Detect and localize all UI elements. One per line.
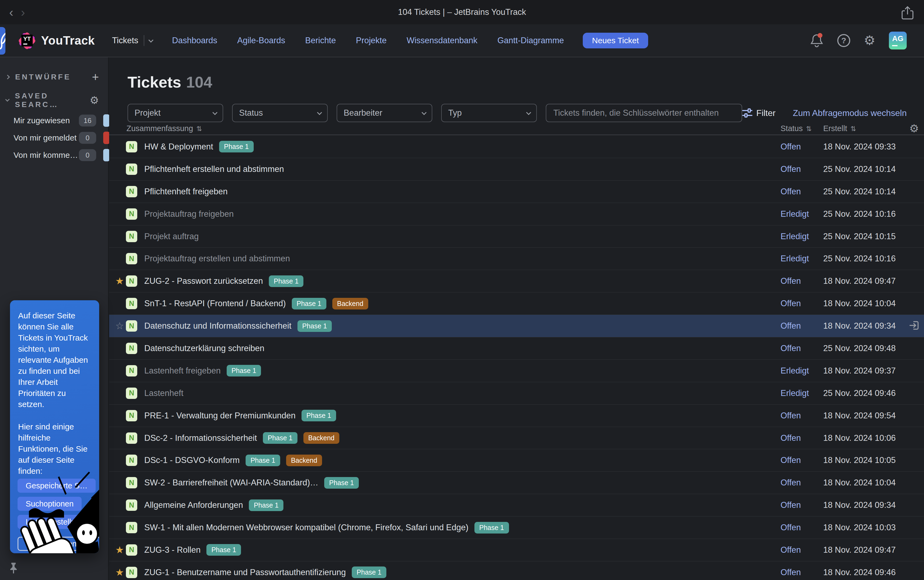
ticket-status-link[interactable]: Offen — [781, 433, 801, 443]
filter-dropdown-status[interactable]: Status — [232, 104, 328, 122]
settings-gear-icon[interactable]: ⚙ — [864, 34, 875, 47]
nav-gantt-diagramme[interactable]: Gantt-Diagramme — [497, 36, 564, 45]
ticket-row[interactable]: ★ N ZUG-2 - Passwort zurücksetzen Phase … — [109, 270, 924, 292]
sidebar-section-drafts[interactable]: ENTWÜRFE + — [0, 69, 108, 85]
pin-sidebar-icon[interactable] — [8, 562, 19, 575]
ticket-row[interactable]: N Lastenheft Erledigt 25 Nov. 2024 09:46 — [109, 382, 924, 405]
column-summary[interactable]: Zusammenfassung⇅ — [126, 124, 781, 133]
share-icon[interactable] — [901, 6, 914, 21]
ticket-row[interactable]: N Datenschutzerklärung schreiben Offen 2… — [109, 337, 924, 360]
ticket-row[interactable]: N PRE-1 - Verwaltung der Premiumkunden P… — [109, 405, 924, 427]
sort-icon[interactable]: ⇅ — [806, 125, 812, 132]
ticket-status-link[interactable]: Erledigt — [781, 254, 809, 263]
ticket-status-link[interactable]: Offen — [781, 344, 801, 353]
ticket-status-link[interactable]: Offen — [781, 523, 801, 532]
browser-forward-icon[interactable]: › — [17, 6, 29, 18]
sort-icon[interactable]: ⇅ — [850, 125, 856, 132]
ticket-row[interactable]: ★ N ZUG-3 - Rollen Phase 1 Offen 18 Nov.… — [109, 539, 924, 561]
filter-toggle[interactable]: Filter — [742, 108, 775, 118]
tag-phase-1[interactable]: Phase 1 — [263, 432, 298, 444]
ticket-status-link[interactable]: Offen — [781, 164, 801, 174]
ticket-row[interactable]: N HW & Deployment Phase 1 Offen 18 Nov. … — [109, 136, 924, 158]
tag-phase-1[interactable]: Phase 1 — [324, 477, 359, 489]
column-status[interactable]: Status⇅ — [781, 124, 823, 133]
tag-phase-1[interactable]: Phase 1 — [227, 365, 261, 376]
chevron-down-icon[interactable] — [5, 97, 10, 102]
filter-dropdown-typ[interactable]: Typ — [441, 104, 537, 122]
ticket-row[interactable]: N SW-2 - Barrierefreiheit (WAI-ARIA-Stan… — [109, 471, 924, 494]
ticket-row[interactable]: N Projektauftrag erstellen und abstimmen… — [109, 247, 924, 270]
chevron-right-icon[interactable] — [5, 75, 10, 79]
filter-dropdown-bearbeiter[interactable]: Bearbeiter — [337, 104, 432, 122]
ticket-status-link[interactable]: Erledigt — [781, 366, 809, 376]
ticket-status-link[interactable]: Offen — [781, 142, 801, 152]
nav-berichte[interactable]: Berichte — [305, 36, 336, 45]
ticket-status-link[interactable]: Offen — [781, 321, 801, 331]
sidebar-section-saved-searches[interactable]: SAVED SEARC… ⚙ — [0, 92, 108, 108]
filter-dropdown-projekt[interactable]: Projekt — [128, 104, 223, 122]
notifications-bell-icon[interactable] — [810, 33, 824, 48]
tag-phase-1[interactable]: Phase 1 — [219, 141, 254, 152]
nav-projekte[interactable]: Projekte — [356, 36, 386, 45]
nav-wissensdatenbank[interactable]: Wissensdatenbank — [407, 36, 477, 45]
open-ticket-icon[interactable] — [909, 320, 920, 332]
tag-phase-1[interactable]: Phase 1 — [206, 544, 241, 556]
tag-phase-1[interactable]: Phase 1 — [269, 275, 303, 287]
ticket-row[interactable]: ☆ N Datenschutz und Informationssicherhe… — [109, 315, 924, 337]
new-ticket-button[interactable]: Neues Ticket — [583, 33, 648, 48]
favorite-star-icon[interactable]: ★ — [113, 567, 126, 578]
browser-back-icon[interactable]: ‹ — [5, 6, 17, 18]
ticket-row[interactable]: N Projekt auftrag Erledigt 25 Nov. 2024 … — [109, 226, 924, 248]
tag-phase-1[interactable]: Phase 1 — [249, 499, 283, 511]
ticket-row[interactable]: ★ N ZUG-1 - Benutzername und Passwortaut… — [109, 561, 924, 580]
ticket-row[interactable]: N Allgemeine Anforderungen Phase 1 Offen… — [109, 494, 924, 516]
ticket-status-link[interactable]: Offen — [781, 500, 801, 510]
tag-phase-1[interactable]: Phase 1 — [474, 522, 509, 534]
ticket-status-link[interactable]: Erledigt — [781, 388, 809, 398]
favorite-star-icon[interactable]: ★ — [113, 275, 126, 287]
tag-backend[interactable]: Backend — [332, 298, 368, 310]
ticket-status-link[interactable]: Offen — [781, 478, 801, 487]
ticket-status-link[interactable]: Offen — [781, 568, 801, 577]
ticket-row[interactable]: N SW-1 - Mit allen Modernen Webbrowser k… — [109, 516, 924, 539]
ticket-row[interactable]: N Pflichtenheft freigeben Offen 25 Nov. … — [109, 181, 924, 203]
favorite-star-icon[interactable]: ☆ — [113, 320, 126, 332]
nav-dashboards[interactable]: Dashboards — [172, 36, 217, 45]
nav-tickets[interactable]: Tickets — [112, 35, 152, 46]
favorite-star-icon[interactable]: ★ — [113, 544, 126, 556]
tag-backend[interactable]: Backend — [286, 455, 322, 466]
sidebar-item-mir-zugewiesen[interactable]: Mir zugewiesen16 — [0, 112, 108, 129]
tag-backend[interactable]: Backend — [303, 432, 339, 444]
ticket-status-link[interactable]: Offen — [781, 411, 801, 420]
ticket-status-link[interactable]: Offen — [781, 299, 801, 308]
ticket-row[interactable]: N Pflichtenheft erstellen und abstimmen … — [109, 158, 924, 181]
tag-phase-1[interactable]: Phase 1 — [301, 410, 336, 421]
ticket-status-link[interactable]: Erledigt — [781, 209, 809, 219]
sidebar-item-von-mir-komme-[interactable]: Von mir komme…0 — [0, 147, 108, 164]
ticket-status-link[interactable]: Offen — [781, 455, 801, 465]
ticket-status-link[interactable]: Offen — [781, 276, 801, 286]
ticket-row[interactable]: N Projektauftrag freigeben Erledigt 25 N… — [109, 203, 924, 226]
browser-extension-icon[interactable] — [0, 27, 5, 54]
table-settings-gear-icon[interactable]: ⚙ — [904, 122, 924, 135]
ticket-row[interactable]: N DSc-2 - Informationssicherheit Phase 1… — [109, 427, 924, 450]
ticket-row[interactable]: N Lastenheft freigeben Phase 1 Erledigt … — [109, 360, 924, 382]
ticket-row[interactable]: N SnT-1 - RestAPI (Frontend / Backend) P… — [109, 292, 924, 315]
saved-searches-gear-icon[interactable]: ⚙ — [90, 94, 99, 106]
column-created[interactable]: Erstellt⇅ — [823, 124, 904, 133]
sort-icon[interactable]: ⇅ — [196, 125, 202, 132]
tag-phase-1[interactable]: Phase 1 — [292, 298, 326, 310]
sidebar-item-von-mir-gemeldet[interactable]: Von mir gemeldet0 — [0, 129, 108, 147]
tooltip-button-suchoptionen[interactable]: Suchoptionen — [18, 497, 82, 511]
avatar[interactable]: AG — [889, 31, 907, 49]
query-mode-link[interactable]: Zum Abfragemodus wechseln — [793, 108, 907, 118]
nav-agile-boards[interactable]: Agile-Boards — [237, 36, 285, 45]
tooltip-dismiss-button[interactable]: Tipps ausblenden — [18, 537, 99, 551]
ticket-status-link[interactable]: Offen — [781, 545, 801, 555]
tooltip-button-gespeicherte-s-[interactable]: Gespeicherte S… — [18, 479, 95, 493]
youtrack-logo-icon[interactable]: YT — [17, 31, 37, 51]
help-icon[interactable]: ? — [837, 34, 850, 47]
chevron-down-icon[interactable] — [148, 38, 153, 43]
tag-phase-1[interactable]: Phase 1 — [246, 455, 280, 466]
tag-phase-1[interactable]: Phase 1 — [352, 567, 386, 578]
